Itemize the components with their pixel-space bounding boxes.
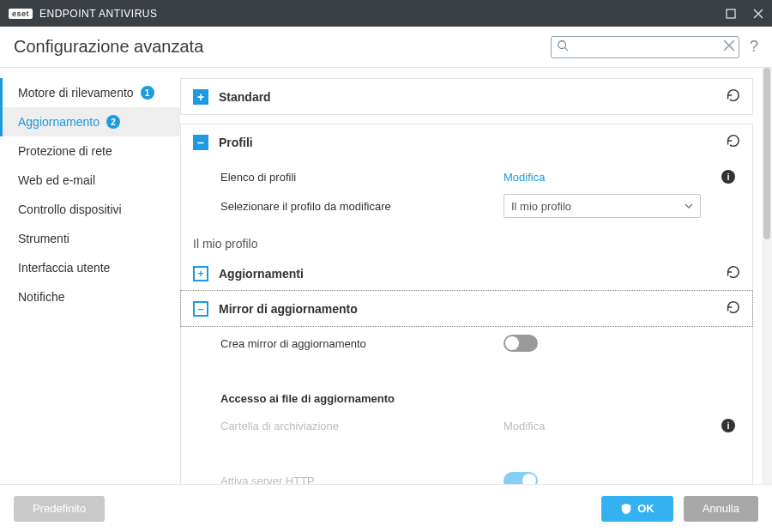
expand-icon: + bbox=[193, 266, 208, 281]
sidebar-item-label: Interfaccia utente bbox=[18, 261, 110, 275]
info-icon[interactable]: i bbox=[721, 170, 735, 184]
maximize-icon[interactable] bbox=[726, 9, 736, 19]
window-controls bbox=[726, 9, 763, 19]
footer: Predefinito OK Annulla bbox=[0, 484, 772, 532]
header: Configurazione avanzata ? bbox=[0, 27, 772, 68]
search-icon bbox=[557, 39, 569, 54]
undo-icon[interactable] bbox=[725, 133, 740, 151]
label-http-server: Attiva server HTTP bbox=[220, 475, 504, 485]
section-head-updates[interactable]: + Aggiornamenti bbox=[181, 256, 752, 291]
sidebar-item-network-protection[interactable]: Protezione di rete bbox=[0, 136, 180, 166]
section-head-mirror[interactable]: – Mirror di aggiornamento bbox=[180, 290, 753, 327]
subheader-my-profile: Il mio profilo bbox=[181, 232, 752, 256]
section-head-standard[interactable]: + Standard bbox=[181, 79, 752, 114]
content-panel: + Standard – Profili bbox=[180, 68, 762, 484]
label-profile-list: Elenco di profili bbox=[220, 171, 504, 184]
page-title: Configurazione avanzata bbox=[14, 37, 203, 57]
collapse-icon: – bbox=[193, 135, 208, 150]
help-icon[interactable]: ? bbox=[750, 38, 758, 56]
clear-search-icon[interactable] bbox=[723, 39, 735, 54]
sidebar-item-detection-engine[interactable]: Motore di rilevamento 1 bbox=[0, 78, 180, 107]
sidebar-item-web-email[interactable]: Web ed e-mail bbox=[0, 166, 180, 195]
undo-icon[interactable] bbox=[725, 299, 740, 317]
row-access-title: Accesso ai file di aggiornamento bbox=[220, 384, 740, 412]
collapse-icon: – bbox=[193, 301, 208, 317]
sidebar-item-tools[interactable]: Strumenti bbox=[0, 224, 180, 253]
row-storage-folder: Cartella di archiviazione Modifica i bbox=[220, 412, 740, 439]
search-box[interactable] bbox=[551, 36, 739, 58]
sidebar-item-label: Controllo dispositivi bbox=[18, 203, 122, 216]
brand-logo: eset bbox=[9, 9, 33, 19]
sidebar-badge: 2 bbox=[106, 115, 120, 129]
sidebar-item-label: Protezione di rete bbox=[18, 144, 112, 158]
section-standard: + Standard bbox=[180, 78, 753, 115]
sidebar-item-ui[interactable]: Interfaccia utente bbox=[0, 253, 180, 282]
section-profiles: – Profili Elenco di profili Modifica i bbox=[180, 124, 753, 484]
select-profile[interactable]: Il mio profilo bbox=[504, 194, 701, 218]
svg-point-1 bbox=[558, 41, 566, 49]
sidebar: Motore di rilevamento 1 Aggiornamento 2 … bbox=[0, 68, 180, 484]
section-title: Aggiornamenti bbox=[219, 267, 304, 281]
label-storage-folder: Cartella di archiviazione bbox=[220, 420, 504, 432]
sidebar-item-label: Web ed e-mail bbox=[18, 173, 95, 187]
section-title: Standard bbox=[219, 90, 271, 104]
sidebar-item-label: Aggiornamento bbox=[18, 115, 100, 129]
sidebar-item-label: Motore di rilevamento bbox=[18, 86, 134, 100]
shield-icon bbox=[620, 503, 632, 515]
row-create-mirror: Crea mirror di aggiornamento bbox=[220, 329, 740, 357]
ok-button-label: OK bbox=[637, 502, 654, 515]
undo-icon[interactable] bbox=[725, 264, 740, 282]
sidebar-item-device-control[interactable]: Controllo dispositivi bbox=[0, 195, 180, 224]
cancel-button[interactable]: Annulla bbox=[684, 496, 758, 522]
label-access-title: Accesso ai file di aggiornamento bbox=[220, 392, 504, 405]
default-button[interactable]: Predefinito bbox=[14, 496, 105, 522]
expand-icon: + bbox=[193, 89, 208, 105]
title-bar: eset ENDPOINT ANTIVIRUS bbox=[0, 0, 772, 27]
svg-rect-0 bbox=[727, 9, 735, 18]
label-select-profile: Selezionare il profilo da modificare bbox=[220, 200, 504, 213]
sidebar-badge: 1 bbox=[141, 86, 154, 100]
scrollbar[interactable] bbox=[762, 68, 772, 484]
row-profile-list: Elenco di profili Modifica i bbox=[220, 163, 740, 190]
sidebar-item-notifications[interactable]: Notifiche bbox=[0, 282, 180, 311]
undo-icon[interactable] bbox=[725, 88, 740, 106]
row-http-server: Attiva server HTTP bbox=[220, 467, 740, 484]
sidebar-item-update[interactable]: Aggiornamento 2 bbox=[0, 107, 180, 136]
close-icon[interactable] bbox=[753, 9, 763, 19]
brand: eset ENDPOINT ANTIVIRUS bbox=[9, 8, 157, 20]
label-create-mirror: Crea mirror di aggiornamento bbox=[220, 337, 504, 350]
chevron-down-icon bbox=[685, 202, 693, 210]
link-edit-folder: Modifica bbox=[504, 420, 545, 432]
row-select-profile: Selezionare il profilo da modificare Il … bbox=[220, 190, 740, 221]
section-title: Mirror di aggiornamento bbox=[219, 302, 358, 316]
section-title: Profili bbox=[219, 136, 253, 149]
brand-name: ENDPOINT ANTIVIRUS bbox=[39, 8, 157, 20]
ok-button[interactable]: OK bbox=[601, 496, 673, 522]
search-input[interactable] bbox=[569, 40, 723, 53]
toggle-create-mirror[interactable] bbox=[504, 335, 538, 352]
toggle-http-server bbox=[504, 472, 538, 484]
info-icon[interactable]: i bbox=[721, 419, 735, 432]
section-head-profiles[interactable]: – Profili bbox=[181, 124, 752, 160]
link-edit-profile-list[interactable]: Modifica bbox=[504, 171, 545, 184]
select-profile-value: Il mio profilo bbox=[511, 200, 571, 213]
sidebar-item-label: Notifiche bbox=[18, 290, 64, 304]
scrollbar-thumb[interactable] bbox=[763, 68, 770, 239]
sidebar-item-label: Strumenti bbox=[18, 232, 69, 245]
